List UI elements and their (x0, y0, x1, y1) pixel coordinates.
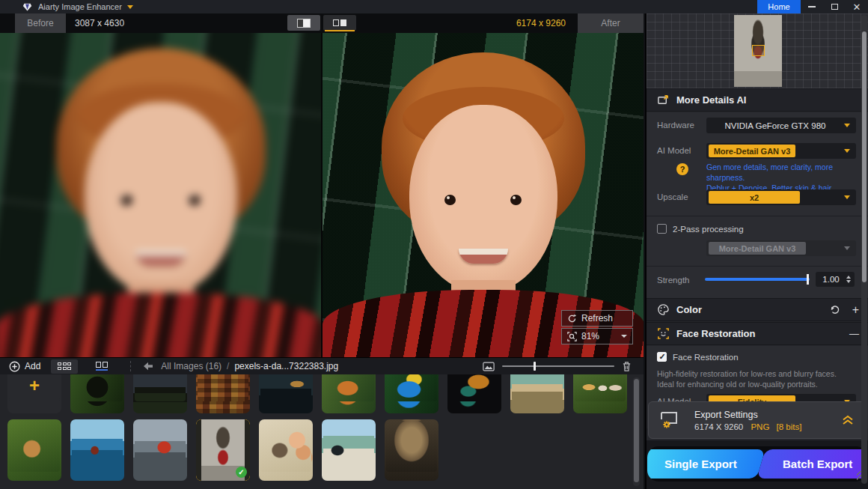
export-bit-depth: [8 bits] (777, 422, 802, 431)
face-restoration-checkbox[interactable] (657, 352, 667, 362)
grid-view-button[interactable] (51, 359, 78, 374)
face-collapse-icon[interactable]: — (849, 329, 859, 338)
navigator-image (734, 15, 782, 87)
navigator-selection-box[interactable] (752, 45, 765, 56)
before-image-pane[interactable] (0, 33, 321, 357)
spinner-down-icon[interactable] (846, 280, 851, 283)
filmstrip-scrollbar[interactable] (633, 377, 640, 486)
strip-view-button[interactable] (88, 359, 115, 374)
add-image-button[interactable]: Add (9, 361, 40, 372)
thumbnail-landscape-painting[interactable] (510, 374, 564, 413)
refresh-label: Refresh (581, 313, 613, 324)
ai-model-label: AI Model (657, 146, 691, 155)
thumbnail-size-slider[interactable] (502, 365, 614, 367)
breadcrumb: All Images (16) / pexels-a-da...7322383.… (161, 361, 338, 371)
back-arrow-icon[interactable] (143, 362, 153, 371)
second-pass-model-value: More-Detail GAN v3 (709, 242, 806, 255)
upscale-dropdown[interactable]: x2 (706, 189, 856, 205)
panel-scrollbar[interactable] (861, 15, 867, 484)
delete-icon[interactable] (622, 361, 632, 372)
thumbnail-arcade-collage[interactable] (196, 374, 250, 413)
hardware-label: Hardware (657, 121, 694, 130)
maximize-button[interactable] (823, 0, 846, 13)
filmstrip-row-2: ✓ (0, 419, 438, 481)
thumbnail-sea-ship-image (72, 421, 123, 472)
home-button[interactable]: Home (757, 0, 801, 13)
thumbnail-vintage-balloons[interactable] (259, 419, 313, 481)
upscale-label: Upscale (657, 192, 688, 201)
thumbnail-butterfly-jeweled[interactable] (447, 374, 501, 413)
single-export-button[interactable]: Single Export (647, 449, 765, 479)
minimize-button[interactable] (801, 0, 823, 13)
thumbnail-children-garden-image (575, 374, 626, 401)
refresh-button[interactable]: Refresh (561, 310, 633, 326)
thumbnail-costume-antlers[interactable]: ✓ (196, 419, 250, 481)
face-restoration-checkbox-row[interactable]: Face Restoration (657, 352, 739, 362)
thumbnail-calf-grass-image (9, 421, 60, 472)
ai-model-description: Gen more details, more clarity, more sha… (706, 162, 864, 193)
spinner-up-icon[interactable] (846, 276, 851, 279)
hardware-chevron-icon (844, 124, 850, 127)
help-icon[interactable]: ? (676, 163, 688, 175)
after-image-pane[interactable] (323, 33, 644, 357)
thumbnail-sea-ship[interactable] (70, 419, 124, 481)
breadcrumb-all-images[interactable]: All Images (16) (161, 361, 221, 371)
strength-value-box[interactable]: 1.00 (816, 272, 855, 287)
close-button[interactable]: ✕ (846, 0, 868, 13)
thumbnail-sepia-portrait[interactable] (385, 419, 438, 481)
export-settings-panel[interactable]: Export Settings 6174 X 9260 PNG [8 bits] (648, 401, 867, 439)
thumbnail-mountains[interactable] (133, 374, 187, 413)
ai-model-dropdown[interactable]: More-Detail GAN v3 (706, 143, 856, 159)
after-label: After (578, 13, 644, 33)
two-pass-checkbox[interactable] (657, 224, 667, 234)
thumbnail-calf-grass[interactable] (7, 419, 61, 481)
breadcrumb-separator: / (227, 361, 229, 371)
collapse-double-chevron-icon[interactable] (842, 415, 854, 425)
face-restoration-checkbox-label: Face Restoration (673, 353, 739, 362)
single-view-toggle[interactable] (287, 15, 320, 31)
thumbnail-arcade-collage-image (198, 374, 248, 401)
strength-slider[interactable] (705, 278, 810, 281)
thumbnail-macaw-parrot[interactable] (385, 374, 438, 413)
settings-panel: More Details AI Hardware NVIDIA GeForce … (645, 13, 868, 489)
color-expand-icon[interactable]: + (852, 304, 859, 316)
more-details-ai-header[interactable]: More Details AI (647, 88, 868, 112)
face-restoration-icon (657, 327, 670, 340)
batch-export-button[interactable]: Batch Export (757, 449, 867, 479)
thumbnail-grid: + ✓ (0, 374, 644, 489)
app-menu-chevron-icon[interactable] (127, 5, 133, 9)
filmstrip-toolbar: Add All Images (16) / pexels-a-da...7322… (0, 357, 644, 374)
filmstrip-row-1: + (0, 374, 627, 413)
color-section-header[interactable]: Color + (647, 298, 868, 321)
thumbnail-children-garden[interactable] (573, 374, 627, 413)
thumbnail-lake-night[interactable] (259, 374, 313, 413)
add-image-tile[interactable]: + (7, 374, 61, 413)
two-pass-checkbox-row[interactable]: 2-Pass processing (657, 224, 744, 234)
strength-label: Strength (657, 276, 689, 285)
navigator-preview[interactable] (647, 13, 868, 88)
zoom-control[interactable]: 81% (561, 328, 633, 344)
face-restoration-title: Face Restoration (676, 328, 755, 339)
thumbnail-boy-portrait[interactable] (322, 374, 376, 413)
strength-spinner[interactable] (846, 276, 851, 283)
more-details-ai-title: More Details AI (676, 94, 746, 106)
thumbnail-beach-car[interactable] (322, 419, 376, 481)
thumbnail-size-slider-handle[interactable] (534, 362, 536, 371)
thumbnail-butterfly-dark-image (72, 374, 123, 401)
second-pass-chevron-icon (844, 246, 850, 250)
app-title: Aiarty Image Enhancer (38, 2, 122, 11)
ai-model-chevron-icon (844, 149, 850, 153)
side-by-side-view-toggle[interactable] (323, 15, 356, 31)
undo-icon[interactable] (829, 305, 840, 315)
hardware-dropdown[interactable]: NVIDIA GeForce GTX 980 (706, 118, 856, 133)
face-restoration-header[interactable]: Face Restoration — (647, 322, 868, 345)
color-section-title: Color (676, 304, 702, 315)
export-buttons: Single Export Batch Export (647, 446, 867, 482)
thumbnail-butterfly-dark[interactable] (70, 374, 124, 413)
strength-slider-handle[interactable] (807, 274, 809, 285)
thumbnail-size-icon (483, 362, 495, 371)
thumbnail-street-red-truck[interactable] (133, 419, 187, 481)
thumbnail-sepia-portrait-image (386, 421, 437, 472)
close-icon: ✕ (853, 2, 861, 12)
add-image-tile-image: + (9, 374, 60, 401)
